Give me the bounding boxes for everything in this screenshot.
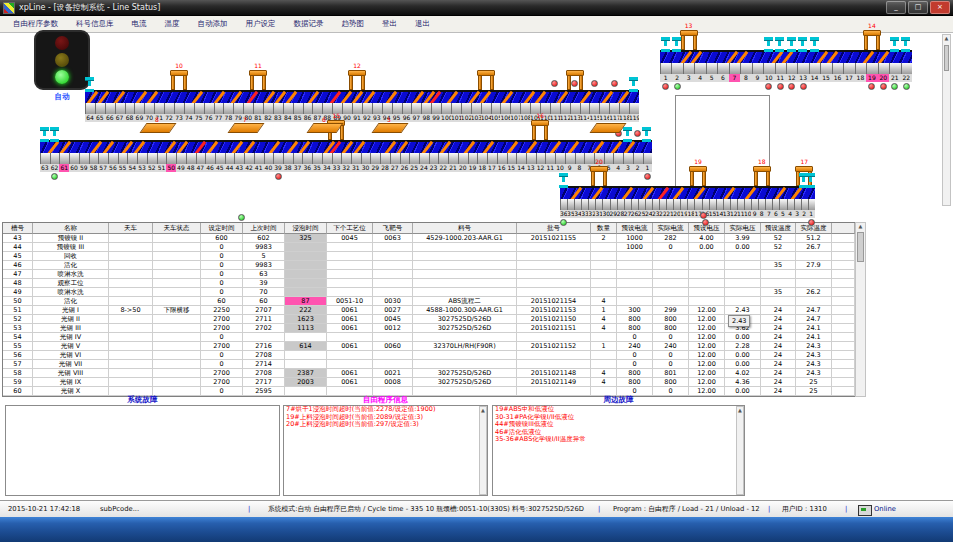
- table-row-58[interactable]: 58光铜 VIII270027082387006100213027525D/52…: [3, 369, 855, 378]
- crane-10[interactable]: 10: [170, 64, 188, 90]
- slot-21[interactable]: [889, 63, 900, 74]
- slot-30[interactable]: [361, 153, 371, 164]
- crane-19[interactable]: 19: [689, 160, 707, 186]
- slot-33[interactable]: [581, 199, 588, 210]
- slot-45[interactable]: [215, 153, 225, 164]
- crane-18[interactable]: 18: [753, 160, 771, 186]
- slot-12[interactable]: [786, 63, 797, 74]
- slot-35[interactable]: [312, 153, 322, 164]
- slot-7[interactable]: [729, 63, 740, 74]
- crane-11[interactable]: 11: [249, 64, 267, 90]
- slot-2[interactable]: [801, 199, 808, 210]
- slot-3[interactable]: [683, 63, 694, 74]
- slot-41[interactable]: [254, 153, 264, 164]
- slot-18[interactable]: [855, 63, 866, 74]
- slot-61[interactable]: [59, 153, 69, 164]
- slot-26[interactable]: [400, 153, 410, 164]
- table-scrollbar[interactable]: ▲: [855, 222, 866, 397]
- panel-scrollbar[interactable]: ▲: [479, 406, 487, 495]
- slot-8[interactable]: [740, 63, 751, 74]
- slot-14[interactable]: [809, 63, 820, 74]
- slot-18[interactable]: [477, 153, 487, 164]
- slot-60[interactable]: [69, 153, 79, 164]
- slot-15[interactable]: [709, 199, 716, 210]
- crane-13[interactable]: 13: [680, 24, 698, 50]
- slot-31[interactable]: [595, 199, 602, 210]
- table-row-56[interactable]: 56光铜 VI027080012.000.002424.3: [3, 351, 855, 360]
- slot-13[interactable]: [723, 199, 730, 210]
- table-row-57[interactable]: 57光铜 VII027140012.000.002424.3: [3, 360, 855, 369]
- slot-62[interactable]: [50, 153, 60, 164]
- slot-30[interactable]: [602, 199, 609, 210]
- slot-6[interactable]: [772, 199, 779, 210]
- slot-20[interactable]: [878, 63, 889, 74]
- slot-39[interactable]: [273, 153, 283, 164]
- slot-19[interactable]: [866, 63, 877, 74]
- slot-23[interactable]: [652, 199, 659, 210]
- slot-13[interactable]: [797, 63, 808, 74]
- slot-16[interactable]: [497, 153, 507, 164]
- table-row-51[interactable]: 51光铜 I8->50下限横移22502707222006100274588-1…: [3, 306, 855, 315]
- table-row-50[interactable]: 50活化6060870051-100030ABS流程二201510211544: [3, 297, 855, 306]
- slot-34[interactable]: [322, 153, 332, 164]
- slot-18[interactable]: [687, 199, 694, 210]
- table-row-59[interactable]: 59光铜 IX270027172003006100083027525D/526D…: [3, 378, 855, 387]
- slot-63[interactable]: [40, 153, 50, 164]
- crane-20[interactable]: 20: [590, 160, 608, 186]
- table-row-54[interactable]: 54光铜 IV00012.000.002424.1: [3, 333, 855, 342]
- slot-44[interactable]: [225, 153, 235, 164]
- slot-22[interactable]: [659, 199, 666, 210]
- slot-17[interactable]: [843, 63, 854, 74]
- crane-unlabeled[interactable]: [477, 64, 495, 90]
- panel-box-2[interactable]: 7#烘干1浸泡时间超时(当前值:2278/设定值:1900)19#上料浸泡时间超…: [283, 405, 488, 496]
- slot-57[interactable]: [98, 153, 108, 164]
- slot-19[interactable]: [468, 153, 478, 164]
- slot-3[interactable]: [794, 199, 801, 210]
- table-row-49[interactable]: 49喷淋水洗0703526.2: [3, 288, 855, 297]
- table-row-47[interactable]: 47喷淋水洗063: [3, 270, 855, 279]
- slot-48[interactable]: [186, 153, 196, 164]
- slot-23[interactable]: [429, 153, 439, 164]
- table-row-46[interactable]: 46活化099833527.9: [3, 261, 855, 270]
- slot-4[interactable]: [694, 63, 705, 74]
- table-row-55[interactable]: 55光铜 V270027166140061006032370LH/RH(F90R…: [3, 342, 855, 351]
- slot-22[interactable]: [438, 153, 448, 164]
- slot-6[interactable]: [717, 63, 728, 74]
- slot-42[interactable]: [244, 153, 254, 164]
- slot-35[interactable]: [567, 199, 574, 210]
- slot-9[interactable]: [751, 199, 758, 210]
- slot-2[interactable]: [671, 63, 682, 74]
- slot-31[interactable]: [351, 153, 361, 164]
- table-row-48[interactable]: 48观察工位039: [3, 279, 855, 288]
- slot-8[interactable]: [758, 199, 765, 210]
- table-row-45[interactable]: 45回收05: [3, 252, 855, 261]
- slot-52[interactable]: [147, 153, 157, 164]
- slot-50[interactable]: [166, 153, 176, 164]
- crane-16[interactable]: 16: [531, 114, 549, 140]
- slot-49[interactable]: [176, 153, 186, 164]
- slot-7[interactable]: [765, 199, 772, 210]
- slot-20[interactable]: [458, 153, 468, 164]
- slot-28[interactable]: [617, 199, 624, 210]
- slot-32[interactable]: [588, 199, 595, 210]
- table-row-44[interactable]: 44预镀镍 III09983100000.000.005226.7: [3, 243, 855, 252]
- slot-33[interactable]: [332, 153, 342, 164]
- slot-16[interactable]: [832, 63, 843, 74]
- slot-47[interactable]: [196, 153, 206, 164]
- slot-5[interactable]: [706, 63, 717, 74]
- slot-56[interactable]: [108, 153, 118, 164]
- slot-27[interactable]: [390, 153, 400, 164]
- right-scrollbar[interactable]: ▲: [942, 34, 951, 206]
- slot-54[interactable]: [127, 153, 137, 164]
- slot-24[interactable]: [419, 153, 429, 164]
- slot-36[interactable]: [560, 199, 567, 210]
- slot-1[interactable]: [660, 63, 671, 74]
- slot-36[interactable]: [302, 153, 312, 164]
- crane-14[interactable]: 14: [863, 24, 881, 50]
- panel-box-3[interactable]: 19#ABS中和低液位30-31#PA化学镍I/II低液位44#预镀镍III低液…: [492, 405, 745, 496]
- slot-14[interactable]: [716, 199, 723, 210]
- slot-58[interactable]: [89, 153, 99, 164]
- slot-12[interactable]: [730, 199, 737, 210]
- slot-28[interactable]: [380, 153, 390, 164]
- panel-box-1[interactable]: [5, 405, 280, 496]
